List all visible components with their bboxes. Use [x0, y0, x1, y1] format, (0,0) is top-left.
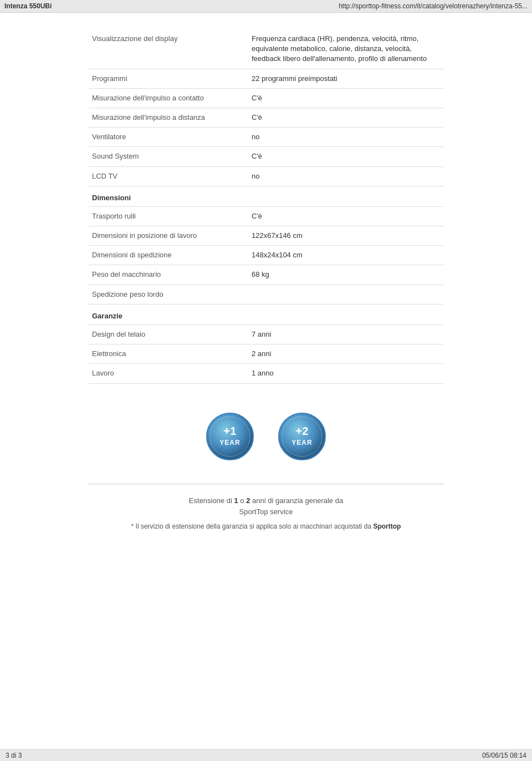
warranty-middle: o	[238, 496, 246, 505]
warranty-bold1: 1	[234, 496, 238, 505]
spec-label: Sound System	[89, 147, 248, 166]
spec-label: Spedizione peso lordo	[89, 285, 248, 304]
badge-2-year: +2 YEAR	[277, 412, 327, 461]
spec-label: Design del telaio	[89, 325, 248, 344]
badge-1-year-icon: +1 YEAR	[205, 412, 255, 461]
svg-text:YEAR: YEAR	[219, 439, 240, 447]
svg-text:+2: +2	[296, 425, 309, 437]
table-row: Ventilatoreno	[89, 128, 443, 147]
table-row: Peso del macchinario68 kg	[89, 265, 443, 285]
browser-title: Intenza 550UBi	[4, 2, 52, 10]
spec-value: 2 anni	[248, 344, 443, 364]
specs-header-cell: Garanzie	[89, 304, 443, 324]
spec-label: Programmi	[89, 69, 248, 88]
spec-label: LCD TV	[89, 166, 248, 186]
table-row: Dimensioni in posizione di lavoro122x67x…	[89, 226, 443, 246]
specs-header-cell: Dimensioni	[89, 186, 443, 206]
specs-section-header: Garanzie	[89, 304, 443, 324]
spec-label: Dimensioni in posizione di lavoro	[89, 226, 248, 246]
table-row: Misurazione dell'impulso a distanzaC'è	[89, 108, 443, 127]
badge-1-year: +1 YEAR	[205, 412, 255, 461]
spec-value: 22 programmi preimpostati	[248, 69, 443, 88]
table-row: LCD TVno	[89, 166, 443, 186]
table-row: Visualizzazione del displayFrequenza car…	[89, 29, 443, 69]
spec-value	[248, 285, 443, 304]
spec-value: C'è	[248, 88, 443, 108]
browser-bar: Intenza 550UBi http://sporttop-fitness.c…	[0, 0, 532, 13]
spec-label: Peso del macchinario	[89, 265, 248, 285]
spec-label: Elettronica	[89, 344, 248, 364]
table-row: Programmi22 programmi preimpostati	[89, 69, 443, 88]
table-row: Dimensioni di spedizione148x24x104 cm	[89, 246, 443, 265]
spec-label: Dimensioni di spedizione	[89, 246, 248, 265]
spec-value: 7 anni	[248, 325, 443, 344]
spec-value: C'è	[248, 108, 443, 127]
specs-table: Visualizzazione del displayFrequenza car…	[89, 29, 443, 384]
divider	[89, 484, 443, 484]
badge-2-year-icon: +2 YEAR	[277, 412, 327, 461]
svg-text:+1: +1	[224, 425, 237, 437]
spec-label: Trasporto rulli	[89, 206, 248, 226]
table-row: Elettronica2 anni	[89, 344, 443, 364]
spec-label: Lavoro	[89, 364, 248, 383]
spec-value: Frequenza cardiaca (HR), pendenza, veloc…	[248, 29, 443, 69]
browser-url: http://sporttop-fitness.com/it/catalog/v…	[339, 2, 528, 10]
spec-value: 68 kg	[248, 265, 443, 285]
spec-label: Ventilatore	[89, 128, 248, 147]
specs-section-header: Dimensioni	[89, 186, 443, 206]
table-row: Misurazione dell'impulso a contattoC'è	[89, 88, 443, 108]
spec-value: 148x24x104 cm	[248, 246, 443, 265]
spec-label: Misurazione dell'impulso a distanza	[89, 108, 248, 127]
spec-value: 1 anno	[248, 364, 443, 383]
table-row: Lavoro1 anno	[89, 364, 443, 383]
table-row: Spedizione peso lordo	[89, 285, 443, 304]
table-row: Sound SystemC'è	[89, 147, 443, 166]
spec-label: Visualizzazione del display	[89, 29, 248, 69]
spec-value: 122x67x146 cm	[248, 226, 443, 246]
warranty-suffix: anni di garanzia generale da	[250, 496, 343, 505]
spec-value: C'è	[248, 206, 443, 226]
spec-label: Misurazione dell'impulso a contatto	[89, 88, 248, 108]
spec-value: no	[248, 166, 443, 186]
table-row: Trasporto rulliC'è	[89, 206, 443, 226]
spec-value: C'è	[248, 147, 443, 166]
warranty-text: Estensione di 1 o 2 anni di garanzia gen…	[89, 495, 443, 519]
warranty-prefix: Estensione di	[189, 496, 234, 505]
table-row: Design del telaio7 anni	[89, 325, 443, 344]
badges-row: +1 YEAR +2	[89, 400, 443, 478]
disclaimer-bold: Sporttop	[373, 522, 401, 530]
disclaimer-prefix: * Il servizio di estensione della garanz…	[131, 522, 374, 530]
svg-text:YEAR: YEAR	[291, 439, 312, 447]
warranty-brand: SportTop service	[239, 508, 293, 516]
disclaimer-text: * Il servizio di estensione della garanz…	[89, 522, 443, 530]
spec-value: no	[248, 128, 443, 147]
page-content: Visualizzazione del displayFrequenza car…	[66, 13, 466, 547]
